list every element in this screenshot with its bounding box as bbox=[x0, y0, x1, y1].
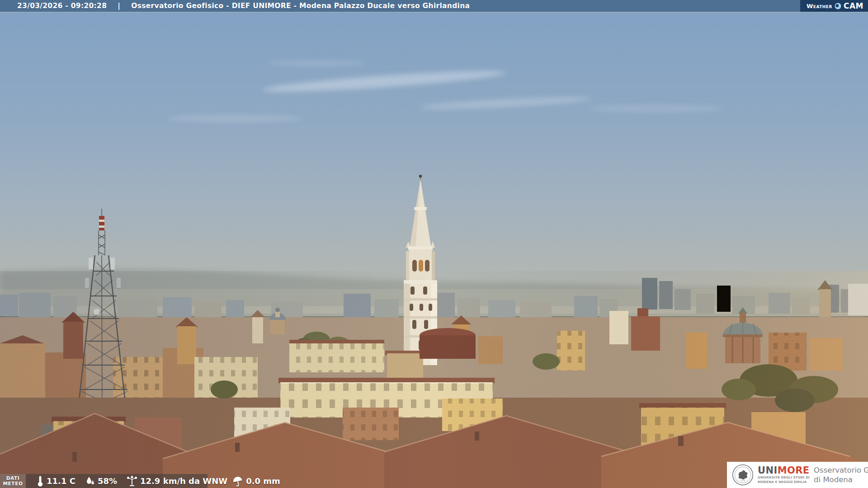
temperature-metric: 11.1 C bbox=[37, 475, 75, 487]
wind-value: 12.9 km/h da WNW bbox=[140, 476, 227, 486]
humidity-metric: 58% bbox=[86, 476, 117, 487]
header-separator: | bbox=[118, 2, 120, 10]
wind-icon bbox=[127, 476, 137, 487]
weathercam-cam-label: CAM bbox=[844, 1, 863, 10]
header-bar: 23/03/2026 - 09:20:28 | Osservatorio Geo… bbox=[0, 0, 868, 13]
unimore-seal-icon: 1175 bbox=[731, 462, 755, 488]
university-name-line1: UNIVERSITÀ DEGLI STUDI DI bbox=[758, 476, 810, 480]
unimore-logo-box[interactable]: 1175 UNIMORE UNIVERSITÀ DEGLI STUDI DI M… bbox=[727, 462, 868, 488]
datetime-label: 23/03/2026 - 09:20:28 bbox=[17, 2, 107, 10]
weathercam-weather-label: Weather bbox=[807, 3, 832, 9]
wind-metric: 12.9 km/h da WNW bbox=[127, 476, 227, 487]
page-title: Osservatorio Geofisico - DIEF UNIMORE - … bbox=[131, 2, 470, 10]
seal-year: 1175 bbox=[741, 479, 745, 482]
webcam-page: 23/03/2026 - 09:20:28 | Osservatorio Geo… bbox=[0, 0, 868, 488]
observatory-name: Osservatorio Geofisico di Modena bbox=[814, 465, 868, 485]
weathercam-globe-icon bbox=[835, 3, 841, 9]
rain-metric: 0.0 mm bbox=[232, 476, 280, 487]
weathercam-logo[interactable]: Weather CAM bbox=[800, 0, 868, 12]
thermometer-icon bbox=[37, 475, 44, 487]
unimore-wordmark: UNIMORE bbox=[758, 466, 810, 475]
humidity-icon bbox=[86, 476, 95, 487]
temperature-value: 11.1 C bbox=[47, 476, 75, 486]
webcam-photo bbox=[0, 0, 868, 488]
rain-icon bbox=[232, 476, 243, 487]
rain-value: 0.0 mm bbox=[246, 476, 280, 486]
humidity-value: 58% bbox=[98, 476, 117, 486]
university-name-line2: MODENA E REGGIO EMILIA bbox=[758, 480, 810, 484]
weather-data-bar: DATI METEO 11.1 C 58% bbox=[0, 474, 208, 488]
dati-meteo-label: DATI METEO bbox=[0, 474, 26, 488]
